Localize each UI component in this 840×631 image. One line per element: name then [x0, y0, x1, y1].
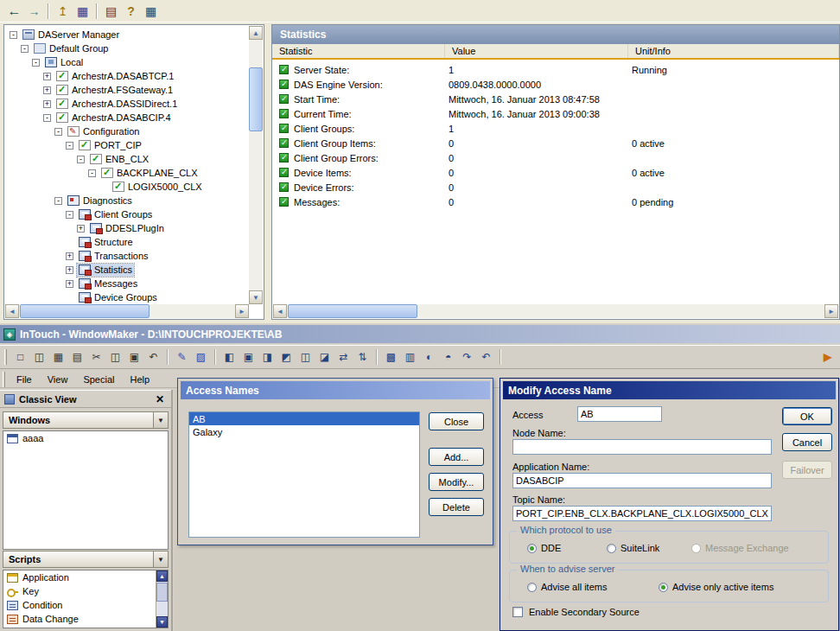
scrollbar-thumb[interactable]: [156, 583, 168, 602]
stat-row[interactable]: Client Groups:1: [272, 121, 839, 136]
radio-message-exchange[interactable]: Message Exchange: [691, 543, 789, 553]
scroll-down-icon[interactable]: ▼: [156, 616, 168, 628]
expand-icon[interactable]: +: [77, 225, 85, 233]
stat-row[interactable]: Current Time:Mittwoch, 16. Januar 2013 0…: [272, 106, 839, 121]
tree-item[interactable]: -Client Groups: [6, 207, 248, 221]
collapse-icon[interactable]: -: [32, 59, 40, 67]
scrollbar-thumb[interactable]: [288, 304, 417, 318]
stat-row[interactable]: Client Group Errors:0: [272, 150, 839, 165]
tree-item[interactable]: +Transactions: [6, 249, 248, 263]
access-name-item[interactable]: Galaxy: [189, 425, 419, 438]
list-item[interactable]: Key: [3, 584, 168, 598]
collapse-icon[interactable]: -: [66, 211, 73, 219]
table-view-icon[interactable]: ▦: [141, 2, 161, 20]
scroll-right-icon[interactable]: ►: [824, 304, 838, 318]
scrollbar-thumb[interactable]: [249, 67, 263, 131]
modify-access-name-titlebar[interactable]: Modify Access Name: [503, 381, 836, 399]
column-header[interactable]: Statistic: [272, 44, 445, 58]
delete-button[interactable]: Delete: [429, 498, 484, 516]
paste-icon[interactable]: ▣: [125, 348, 143, 366]
list-item[interactable]: aaaa: [3, 431, 168, 445]
tree-item[interactable]: -PORT_CIP: [6, 138, 248, 152]
up-level-icon[interactable]: ↥: [53, 2, 73, 20]
align-center-icon[interactable]: ▣: [239, 348, 258, 366]
back-icon[interactable]: ←: [4, 2, 24, 20]
scroll-up-icon[interactable]: ▲: [249, 26, 263, 40]
stat-row[interactable]: Start Time:Mittwoch, 16. Januar 2013 08:…: [272, 92, 839, 106]
collapse-icon[interactable]: -: [77, 156, 85, 163]
tree-item[interactable]: -ArchestrA.DASABCIP.4: [6, 111, 248, 124]
secondary-source-checkbox[interactable]: [512, 607, 523, 617]
scrollbar-thumb[interactable]: [20, 304, 150, 318]
align-left-icon[interactable]: ◧: [220, 348, 239, 366]
tree-item[interactable]: +Messages: [6, 277, 248, 290]
application-name-input[interactable]: [512, 473, 772, 488]
tree-item[interactable]: +ArchestrA.FSGateway.1: [6, 83, 248, 97]
save-icon[interactable]: ▦: [49, 348, 67, 366]
chevron-down-icon[interactable]: ▼: [153, 412, 168, 428]
align-top-icon[interactable]: ◩: [277, 348, 296, 366]
access-input[interactable]: [577, 406, 662, 422]
stat-row[interactable]: Device Items:00 active: [272, 165, 839, 180]
scroll-up-icon[interactable]: ▲: [156, 570, 168, 582]
expand-icon[interactable]: +: [66, 252, 73, 260]
section-header-windows[interactable]: Windows▼: [3, 411, 169, 429]
cancel-button[interactable]: Cancel: [782, 433, 832, 451]
close-button[interactable]: Close: [429, 412, 484, 430]
tree-item[interactable]: LOGIX5000_CLX: [6, 180, 248, 194]
radio-dde[interactable]: DDE: [527, 543, 561, 553]
chevron-down-icon[interactable]: ▼: [153, 551, 168, 567]
menu-view[interactable]: View: [40, 372, 76, 387]
tree-item[interactable]: -DAServer Manager: [6, 28, 248, 41]
menu-special[interactable]: Special: [75, 372, 122, 387]
rotate-ccw-icon[interactable]: ↶: [477, 348, 495, 366]
copy-icon[interactable]: ◫: [106, 348, 124, 366]
tree-item[interactable]: Device Groups: [6, 290, 248, 303]
collapse-icon[interactable]: -: [10, 31, 17, 39]
scroll-left-icon[interactable]: ◄: [273, 304, 287, 318]
open-icon[interactable]: ◫: [30, 348, 48, 366]
space-vertical-icon[interactable]: ⇅: [353, 348, 372, 366]
expand-icon[interactable]: +: [43, 86, 51, 94]
toolbox-icon[interactable]: ▨: [192, 348, 210, 366]
toolbar-grip[interactable]: [4, 349, 7, 365]
stats-horizontal-scrollbar[interactable]: ◄ ►: [273, 304, 838, 318]
column-header[interactable]: Unit/Info: [628, 44, 839, 58]
list-item[interactable]: Application: [3, 570, 168, 584]
stat-row[interactable]: Server State:1Running: [272, 62, 839, 77]
tree-item[interactable]: -BACKPLANE_CLX: [6, 166, 248, 180]
modify-button[interactable]: Modify...: [429, 473, 484, 491]
section-header-scripts[interactable]: Scripts▼: [3, 551, 169, 568]
menu-help[interactable]: Help: [122, 372, 157, 387]
failover-button[interactable]: Failover: [782, 461, 832, 479]
topic-name-input[interactable]: [512, 506, 772, 521]
access-name-item[interactable]: AB: [189, 412, 419, 425]
tree-item[interactable]: +ArchestrA.DASABTCP.1: [6, 69, 248, 83]
help-icon[interactable]: ?: [121, 2, 141, 20]
tree-item[interactable]: -Local: [6, 55, 248, 69]
undo-icon[interactable]: ↶: [144, 348, 162, 366]
scripts-scrollbar[interactable]: ▲▼: [156, 570, 168, 628]
tree-item[interactable]: +DDESLPlugIn: [6, 221, 248, 235]
flip-horizontal-icon[interactable]: ◐: [420, 348, 438, 366]
rotate-cw-icon[interactable]: ↷: [458, 348, 476, 366]
expand-icon[interactable]: +: [43, 100, 51, 108]
column-header[interactable]: Value: [445, 44, 628, 58]
collapse-icon[interactable]: -: [21, 45, 29, 53]
expand-icon[interactable]: +: [66, 266, 73, 274]
collapse-icon[interactable]: -: [88, 169, 96, 177]
stat-row[interactable]: DAS Engine Version:0809.0438.0000.0000: [272, 77, 839, 92]
collapse-icon[interactable]: -: [43, 114, 51, 122]
ok-button[interactable]: OK: [782, 407, 832, 425]
flip-vertical-icon[interactable]: ◓: [439, 348, 457, 366]
menu-file[interactable]: File: [9, 372, 40, 387]
print-icon[interactable]: ▤: [68, 348, 86, 366]
stat-row[interactable]: Device Errors:0: [272, 180, 839, 194]
stat-row[interactable]: Client Group Items:00 active: [272, 136, 839, 150]
toolbar-grip[interactable]: [3, 372, 5, 387]
scroll-left-icon[interactable]: ◄: [5, 304, 19, 318]
collapse-icon[interactable]: -: [66, 142, 73, 150]
bring-to-front-icon[interactable]: ▥: [401, 348, 419, 366]
new-icon[interactable]: □: [11, 348, 29, 366]
tree-item[interactable]: -Diagnostics: [6, 194, 248, 207]
